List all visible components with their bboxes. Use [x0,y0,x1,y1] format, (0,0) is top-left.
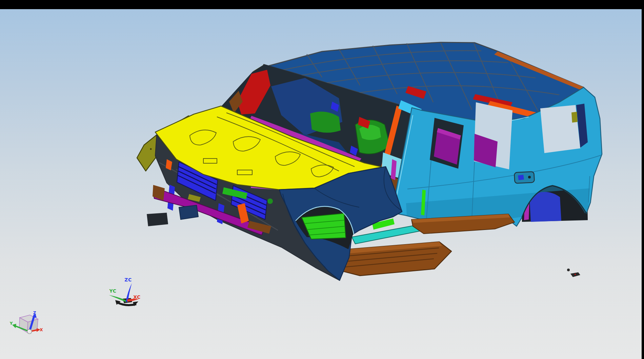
view-origin-sphere-highlight [28,330,29,332]
rear-door-window[interactable] [430,118,464,169]
view-origin-sphere [27,330,32,334]
loose-debris-parts[interactable] [567,269,580,277]
wcs-z-label: ZC [124,277,132,282]
lower-dark-piece[interactable] [147,213,168,226]
door-handle-blue-detail [518,175,524,180]
door-handle-keyhole [528,176,531,178]
wcs-triad[interactable]: ZC YC XC [109,277,141,306]
debris-red-speck [575,274,576,275]
view-y-label: Y [9,321,13,326]
car-body-model[interactable] [137,42,602,280]
green-grommet[interactable] [267,198,273,204]
door-handle-bezel[interactable] [514,172,535,184]
top-black-bar [0,0,644,9]
3d-graphics-viewport[interactable]: ZC YC XC Z Y X [0,9,642,359]
application-screen: ZC YC XC Z Y X [0,0,644,359]
seat-highlight [359,125,381,140]
view-x-label: X [40,328,43,332]
view-y-arrowhead [12,324,16,328]
quarter-window[interactable] [540,104,588,153]
view-orientation-triad: Z Y X [9,311,43,334]
wcs-x-label: XC [133,294,141,300]
cad-scene[interactable]: ZC YC XC Z Y X [0,9,642,359]
third-window[interactable] [474,102,512,169]
wcs-y-label: YC [109,288,117,294]
view-z-label: Z [33,311,36,315]
door-handle[interactable] [514,172,535,184]
quarter-olive-bracket[interactable] [571,112,578,123]
tow-block[interactable] [179,205,198,219]
debris-dot[interactable] [567,269,570,271]
right-black-bar [642,0,644,359]
